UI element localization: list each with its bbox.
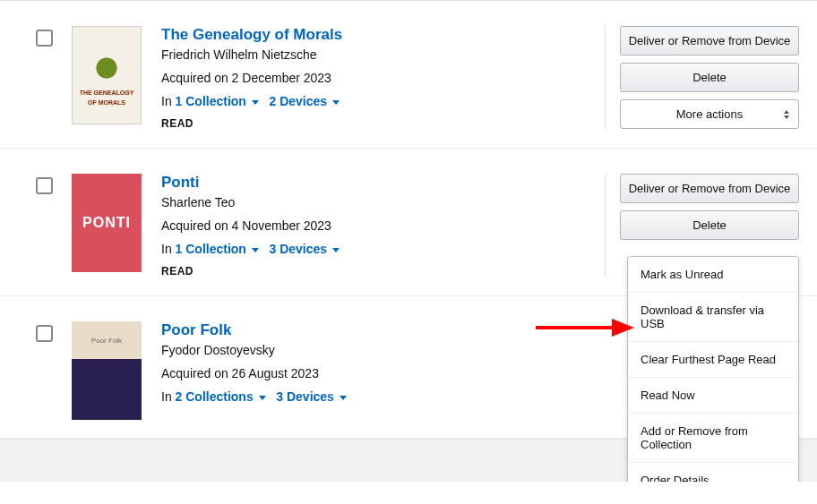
in-label: In bbox=[161, 242, 172, 256]
in-label: In bbox=[161, 94, 172, 108]
caret-down-icon bbox=[252, 248, 259, 252]
cover-col: PONTI bbox=[72, 174, 158, 278]
dropdown-download-usb[interactable]: Download & transfer via USB bbox=[628, 293, 798, 342]
checkbox-col bbox=[36, 26, 72, 130]
deliver-button[interactable]: Deliver or Remove from Device bbox=[620, 26, 799, 56]
more-actions-dropdown: Mark as Unread Download & transfer via U… bbox=[627, 256, 799, 482]
book-cover[interactable]: Poor Folk bbox=[72, 321, 142, 420]
meta-line: In 1 Collection 3 Devices bbox=[161, 242, 598, 256]
in-label: In bbox=[161, 389, 172, 404]
acquired-date: Acquired on 2 December 2023 bbox=[161, 71, 598, 85]
book-title[interactable]: Ponti bbox=[161, 174, 598, 192]
delete-button[interactable]: Delete bbox=[620, 210, 799, 240]
cover-col: THE GENEALOGY OF MORALS bbox=[72, 26, 158, 130]
caret-down-icon bbox=[332, 100, 340, 105]
checkbox-col bbox=[36, 174, 72, 278]
dropdown-read-now[interactable]: Read Now bbox=[628, 378, 798, 414]
dropdown-clear-furthest[interactable]: Clear Furthest Page Read bbox=[628, 342, 798, 378]
dropdown-order-details[interactable]: Order Details bbox=[628, 463, 798, 482]
vertical-divider bbox=[605, 174, 606, 278]
collections-link[interactable]: 1 Collection bbox=[176, 94, 262, 108]
book-title[interactable]: The Genealogy of Morals bbox=[161, 26, 598, 44]
caret-down-icon bbox=[340, 396, 347, 400]
select-checkbox[interactable] bbox=[36, 325, 53, 342]
delete-button[interactable]: Delete bbox=[620, 63, 799, 92]
deliver-button[interactable]: Deliver or Remove from Device bbox=[620, 174, 799, 203]
book-row: PONTI Ponti Sharlene Teo Acquired on 4 N… bbox=[0, 149, 817, 296]
acquired-date: Acquired on 4 November 2023 bbox=[161, 218, 598, 233]
checkbox-col bbox=[36, 321, 72, 420]
caret-down-icon bbox=[332, 248, 340, 252]
book-author: Sharlene Teo bbox=[161, 195, 598, 209]
book-cover[interactable]: THE GENEALOGY OF MORALS bbox=[72, 26, 142, 124]
sort-arrows-icon bbox=[784, 110, 789, 119]
caret-down-icon bbox=[259, 396, 266, 400]
collections-link[interactable]: 1 Collection bbox=[176, 242, 262, 256]
collections-link[interactable]: 2 Collections bbox=[176, 389, 270, 404]
book-row: THE GENEALOGY OF MORALS The Genealogy of… bbox=[0, 0, 817, 149]
more-actions-select[interactable]: More actions bbox=[620, 99, 799, 129]
devices-link[interactable]: 3 Devices bbox=[270, 242, 340, 256]
dropdown-add-remove-collection[interactable]: Add or Remove from Collection bbox=[628, 414, 798, 463]
book-cover[interactable]: PONTI bbox=[72, 174, 142, 272]
cover-col: Poor Folk bbox=[72, 321, 158, 420]
book-list: THE GENEALOGY OF MORALS The Genealogy of… bbox=[0, 0, 817, 482]
devices-link[interactable]: 3 Devices bbox=[276, 389, 347, 404]
devices-link[interactable]: 2 Devices bbox=[270, 94, 340, 108]
book-info: Ponti Sharlene Teo Acquired on 4 Novembe… bbox=[158, 174, 598, 278]
book-author: Friedrich Wilhelm Nietzsche bbox=[161, 47, 598, 62]
read-status: READ bbox=[161, 117, 598, 130]
actions-col: Deliver or Remove from Device Delete Mor… bbox=[620, 26, 799, 130]
meta-line: In 1 Collection 2 Devices bbox=[161, 94, 598, 108]
vertical-divider bbox=[605, 26, 606, 130]
dropdown-mark-unread[interactable]: Mark as Unread bbox=[628, 257, 798, 293]
caret-down-icon bbox=[252, 100, 259, 105]
read-status: READ bbox=[161, 265, 598, 278]
select-checkbox[interactable] bbox=[36, 177, 53, 194]
select-checkbox[interactable] bbox=[36, 30, 53, 47]
book-info: The Genealogy of Morals Friedrich Wilhel… bbox=[158, 26, 598, 130]
